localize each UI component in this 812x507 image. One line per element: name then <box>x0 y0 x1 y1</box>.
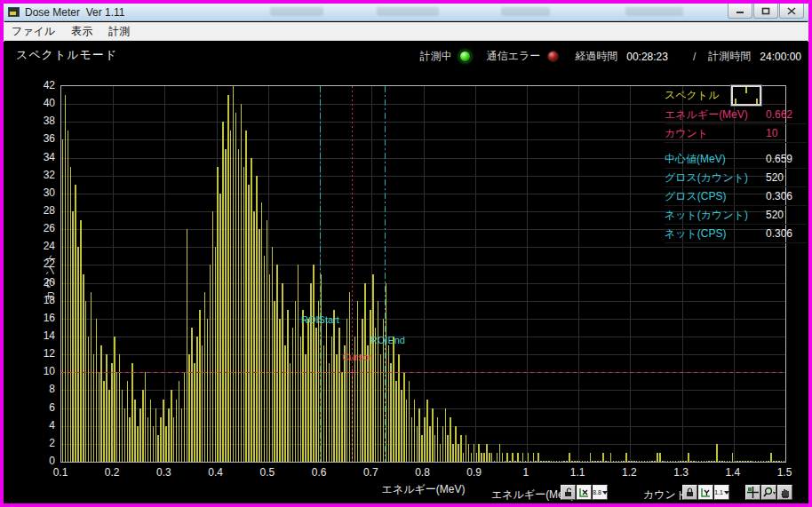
histogram-bar <box>750 461 752 462</box>
histogram-bar <box>287 310 289 462</box>
histogram-bar <box>357 301 359 462</box>
y-format-button[interactable]: 1.1 <box>714 485 729 500</box>
histogram-bar <box>621 461 623 462</box>
histogram-bar <box>142 390 144 462</box>
histogram-bar <box>188 354 190 462</box>
x-tick-label: 1 <box>508 466 544 479</box>
histogram-bar <box>395 381 397 462</box>
histogram-bar <box>378 301 379 462</box>
histogram-bar <box>129 417 131 462</box>
y-tick-label: 12 <box>25 347 55 360</box>
histogram-bar <box>618 461 620 462</box>
histogram-bar <box>497 453 498 462</box>
histogram-bar <box>108 390 110 462</box>
histogram-bar <box>313 265 314 462</box>
roi-cursor-label[interactable]: ROIStart <box>301 314 339 325</box>
pan-tool-button[interactable] <box>777 485 792 500</box>
aero-glass-smudge <box>501 7 550 16</box>
histogram-bar <box>758 461 760 462</box>
menu-file[interactable]: ファイル <box>4 22 63 41</box>
histogram-bar <box>512 453 513 462</box>
spectrum-plot-style-icon[interactable] <box>731 85 761 106</box>
histogram-bar <box>755 461 757 462</box>
histogram-bar <box>766 461 768 462</box>
histogram-bar <box>372 274 374 463</box>
histogram-bar <box>540 461 542 462</box>
histogram-bar <box>732 453 734 462</box>
menu-measure[interactable]: 計測 <box>100 22 138 41</box>
histogram-bar <box>137 426 139 462</box>
y-scale-lock-button[interactable] <box>682 485 697 500</box>
x-autoscale-button[interactable] <box>577 485 592 500</box>
histogram-bar <box>701 461 703 462</box>
y-tick-label: 4 <box>25 419 55 432</box>
histogram-bar <box>390 363 392 462</box>
x-tick-label: 0.1 <box>43 466 78 479</box>
zoom-tool-button[interactable] <box>761 485 776 500</box>
histogram-bar <box>349 292 351 462</box>
cursor-marker-icon[interactable] <box>348 368 356 376</box>
x-tick-label: 0.5 <box>250 466 285 479</box>
gross-cps-label: グロス(CPS) <box>665 189 727 204</box>
histogram-bar <box>545 461 547 462</box>
histogram-bar <box>468 444 470 462</box>
x-tick-label: 0.7 <box>353 466 388 479</box>
histogram-bar <box>401 390 402 462</box>
gridline <box>164 86 165 462</box>
maximize-button[interactable] <box>753 4 778 19</box>
roi-cursor-line[interactable] <box>385 86 386 462</box>
histogram-bar <box>248 185 250 462</box>
x-tick-label: 1.5 <box>767 466 802 479</box>
readout-panel: エネルギー(MeV) 0.662 カウント 10 中心値(MeV) 0.659 … <box>665 106 807 243</box>
roi-cursor-line[interactable] <box>320 86 321 462</box>
y-tick-label: 8 <box>25 383 55 395</box>
cursor-tool-button[interactable] <box>745 485 760 500</box>
histogram-bar <box>770 453 772 462</box>
histogram-bar <box>375 328 377 462</box>
histogram-bar <box>574 461 576 462</box>
net-cps-row: ネット(CPS) 0.306 <box>665 225 807 243</box>
minimize-button[interactable] <box>728 4 752 19</box>
histogram-bar <box>556 461 558 462</box>
histogram-bar <box>633 461 635 462</box>
y-tick-label: 24 <box>25 240 55 252</box>
histogram-bar <box>685 461 687 462</box>
histogram-bar <box>111 363 113 462</box>
histogram-bar <box>388 345 390 462</box>
title-bar[interactable]: Dose Meter Ver 1.11 <box>4 4 808 21</box>
histogram-bar <box>165 426 167 462</box>
cursor-vertical-line[interactable] <box>352 86 353 462</box>
client-area: スペクトルモード 計測中 通信エラー 経過時間 00:28:23 / 計測時間 … <box>4 42 808 503</box>
histogram-bar <box>625 453 627 462</box>
roi-cursor-label[interactable]: ROIEnd <box>370 335 405 345</box>
cursor-horizontal-line[interactable] <box>61 372 785 373</box>
x-scale-lock-button[interactable] <box>561 485 576 500</box>
close-button[interactable] <box>779 4 804 19</box>
histogram-bar <box>65 95 67 462</box>
y-tick-label: 34 <box>25 151 55 163</box>
y-tick-label: 32 <box>25 169 55 181</box>
histogram-bar <box>411 417 413 462</box>
histogram-bar <box>520 461 521 462</box>
menu-view[interactable]: 表示 <box>63 22 100 41</box>
histogram-bar <box>489 453 490 462</box>
histogram-bar <box>675 461 677 462</box>
histogram-bar <box>163 400 164 463</box>
histogram-bar <box>298 265 299 462</box>
histogram-bar <box>187 229 188 462</box>
histogram-bar <box>768 461 769 462</box>
histogram-bar <box>651 461 653 462</box>
y-autoscale-button[interactable] <box>698 485 713 500</box>
histogram-bar <box>75 185 76 462</box>
histogram-bar <box>636 461 638 462</box>
plot-legend[interactable]: スペクトル <box>665 85 761 106</box>
histogram-bar <box>403 372 405 462</box>
histogram-bar <box>742 461 744 462</box>
histogram-bar <box>474 444 475 462</box>
histogram-bar <box>693 461 695 462</box>
histogram-bar <box>72 211 74 462</box>
x-format-button[interactable]: 8.8 <box>593 485 608 500</box>
histogram-bar <box>217 167 219 462</box>
cursor-label[interactable]: Cursor <box>342 352 371 362</box>
histogram-bar <box>171 390 172 462</box>
